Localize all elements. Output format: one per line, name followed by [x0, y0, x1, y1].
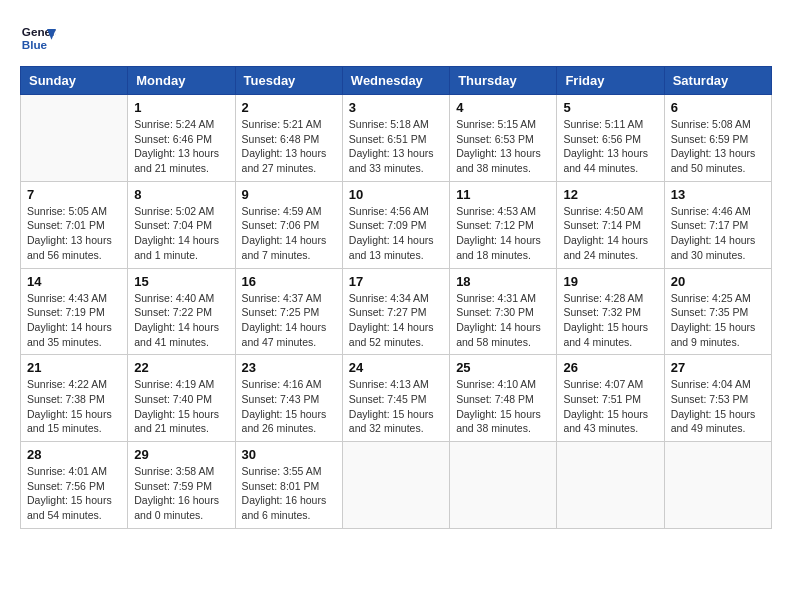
- calendar-cell: 7Sunrise: 5:05 AMSunset: 7:01 PMDaylight…: [21, 181, 128, 268]
- calendar-cell: 21Sunrise: 4:22 AMSunset: 7:38 PMDayligh…: [21, 355, 128, 442]
- weekday-header: Tuesday: [235, 67, 342, 95]
- day-info: Sunrise: 5:11 AMSunset: 6:56 PMDaylight:…: [563, 117, 657, 176]
- weekday-header: Monday: [128, 67, 235, 95]
- calendar-cell: 28Sunrise: 4:01 AMSunset: 7:56 PMDayligh…: [21, 442, 128, 529]
- day-number: 9: [242, 187, 336, 202]
- day-number: 26: [563, 360, 657, 375]
- day-info: Sunrise: 4:46 AMSunset: 7:17 PMDaylight:…: [671, 204, 765, 263]
- calendar-cell: [664, 442, 771, 529]
- calendar-cell: 6Sunrise: 5:08 AMSunset: 6:59 PMDaylight…: [664, 95, 771, 182]
- header-row: SundayMondayTuesdayWednesdayThursdayFrid…: [21, 67, 772, 95]
- day-number: 24: [349, 360, 443, 375]
- calendar-cell: 20Sunrise: 4:25 AMSunset: 7:35 PMDayligh…: [664, 268, 771, 355]
- calendar-cell: 23Sunrise: 4:16 AMSunset: 7:43 PMDayligh…: [235, 355, 342, 442]
- day-info: Sunrise: 4:50 AMSunset: 7:14 PMDaylight:…: [563, 204, 657, 263]
- calendar-cell: 5Sunrise: 5:11 AMSunset: 6:56 PMDaylight…: [557, 95, 664, 182]
- calendar-cell: 22Sunrise: 4:19 AMSunset: 7:40 PMDayligh…: [128, 355, 235, 442]
- calendar-cell: 25Sunrise: 4:10 AMSunset: 7:48 PMDayligh…: [450, 355, 557, 442]
- day-info: Sunrise: 5:24 AMSunset: 6:46 PMDaylight:…: [134, 117, 228, 176]
- day-number: 6: [671, 100, 765, 115]
- weekday-header: Saturday: [664, 67, 771, 95]
- day-number: 18: [456, 274, 550, 289]
- day-number: 8: [134, 187, 228, 202]
- calendar-cell: 12Sunrise: 4:50 AMSunset: 7:14 PMDayligh…: [557, 181, 664, 268]
- calendar-cell: 30Sunrise: 3:55 AMSunset: 8:01 PMDayligh…: [235, 442, 342, 529]
- calendar-cell: 15Sunrise: 4:40 AMSunset: 7:22 PMDayligh…: [128, 268, 235, 355]
- calendar-cell: 17Sunrise: 4:34 AMSunset: 7:27 PMDayligh…: [342, 268, 449, 355]
- day-number: 1: [134, 100, 228, 115]
- day-info: Sunrise: 4:40 AMSunset: 7:22 PMDaylight:…: [134, 291, 228, 350]
- day-info: Sunrise: 5:05 AMSunset: 7:01 PMDaylight:…: [27, 204, 121, 263]
- calendar-cell: [557, 442, 664, 529]
- calendar-cell: 8Sunrise: 5:02 AMSunset: 7:04 PMDaylight…: [128, 181, 235, 268]
- header: General Blue: [20, 20, 772, 56]
- calendar-cell: 13Sunrise: 4:46 AMSunset: 7:17 PMDayligh…: [664, 181, 771, 268]
- calendar-week-row: 7Sunrise: 5:05 AMSunset: 7:01 PMDaylight…: [21, 181, 772, 268]
- day-number: 7: [27, 187, 121, 202]
- day-number: 16: [242, 274, 336, 289]
- weekday-header: Sunday: [21, 67, 128, 95]
- day-number: 4: [456, 100, 550, 115]
- calendar-cell: 26Sunrise: 4:07 AMSunset: 7:51 PMDayligh…: [557, 355, 664, 442]
- calendar-cell: 2Sunrise: 5:21 AMSunset: 6:48 PMDaylight…: [235, 95, 342, 182]
- calendar-cell: 4Sunrise: 5:15 AMSunset: 6:53 PMDaylight…: [450, 95, 557, 182]
- calendar-table: SundayMondayTuesdayWednesdayThursdayFrid…: [20, 66, 772, 529]
- day-number: 29: [134, 447, 228, 462]
- day-info: Sunrise: 5:21 AMSunset: 6:48 PMDaylight:…: [242, 117, 336, 176]
- calendar-cell: 27Sunrise: 4:04 AMSunset: 7:53 PMDayligh…: [664, 355, 771, 442]
- day-number: 30: [242, 447, 336, 462]
- day-number: 25: [456, 360, 550, 375]
- calendar-week-row: 14Sunrise: 4:43 AMSunset: 7:19 PMDayligh…: [21, 268, 772, 355]
- day-number: 3: [349, 100, 443, 115]
- day-info: Sunrise: 3:58 AMSunset: 7:59 PMDaylight:…: [134, 464, 228, 523]
- day-info: Sunrise: 4:16 AMSunset: 7:43 PMDaylight:…: [242, 377, 336, 436]
- weekday-header: Wednesday: [342, 67, 449, 95]
- weekday-header: Thursday: [450, 67, 557, 95]
- calendar-cell: 18Sunrise: 4:31 AMSunset: 7:30 PMDayligh…: [450, 268, 557, 355]
- day-number: 14: [27, 274, 121, 289]
- calendar-cell: 11Sunrise: 4:53 AMSunset: 7:12 PMDayligh…: [450, 181, 557, 268]
- calendar-week-row: 21Sunrise: 4:22 AMSunset: 7:38 PMDayligh…: [21, 355, 772, 442]
- calendar-week-row: 28Sunrise: 4:01 AMSunset: 7:56 PMDayligh…: [21, 442, 772, 529]
- day-number: 12: [563, 187, 657, 202]
- calendar-cell: [342, 442, 449, 529]
- calendar-cell: 9Sunrise: 4:59 AMSunset: 7:06 PMDaylight…: [235, 181, 342, 268]
- day-number: 28: [27, 447, 121, 462]
- day-info: Sunrise: 5:02 AMSunset: 7:04 PMDaylight:…: [134, 204, 228, 263]
- day-info: Sunrise: 4:31 AMSunset: 7:30 PMDaylight:…: [456, 291, 550, 350]
- day-info: Sunrise: 4:10 AMSunset: 7:48 PMDaylight:…: [456, 377, 550, 436]
- day-info: Sunrise: 5:08 AMSunset: 6:59 PMDaylight:…: [671, 117, 765, 176]
- day-info: Sunrise: 4:07 AMSunset: 7:51 PMDaylight:…: [563, 377, 657, 436]
- day-number: 13: [671, 187, 765, 202]
- day-number: 19: [563, 274, 657, 289]
- day-number: 15: [134, 274, 228, 289]
- calendar-cell: 19Sunrise: 4:28 AMSunset: 7:32 PMDayligh…: [557, 268, 664, 355]
- day-info: Sunrise: 4:25 AMSunset: 7:35 PMDaylight:…: [671, 291, 765, 350]
- calendar-cell: 16Sunrise: 4:37 AMSunset: 7:25 PMDayligh…: [235, 268, 342, 355]
- day-number: 27: [671, 360, 765, 375]
- day-number: 2: [242, 100, 336, 115]
- calendar-cell: 24Sunrise: 4:13 AMSunset: 7:45 PMDayligh…: [342, 355, 449, 442]
- day-info: Sunrise: 4:22 AMSunset: 7:38 PMDaylight:…: [27, 377, 121, 436]
- day-info: Sunrise: 4:43 AMSunset: 7:19 PMDaylight:…: [27, 291, 121, 350]
- day-info: Sunrise: 4:56 AMSunset: 7:09 PMDaylight:…: [349, 204, 443, 263]
- day-info: Sunrise: 3:55 AMSunset: 8:01 PMDaylight:…: [242, 464, 336, 523]
- day-info: Sunrise: 4:37 AMSunset: 7:25 PMDaylight:…: [242, 291, 336, 350]
- day-number: 21: [27, 360, 121, 375]
- calendar-cell: 3Sunrise: 5:18 AMSunset: 6:51 PMDaylight…: [342, 95, 449, 182]
- day-info: Sunrise: 5:18 AMSunset: 6:51 PMDaylight:…: [349, 117, 443, 176]
- day-number: 17: [349, 274, 443, 289]
- calendar-cell: 1Sunrise: 5:24 AMSunset: 6:46 PMDaylight…: [128, 95, 235, 182]
- day-info: Sunrise: 4:59 AMSunset: 7:06 PMDaylight:…: [242, 204, 336, 263]
- calendar-cell: [450, 442, 557, 529]
- day-number: 11: [456, 187, 550, 202]
- day-info: Sunrise: 4:28 AMSunset: 7:32 PMDaylight:…: [563, 291, 657, 350]
- day-info: Sunrise: 4:04 AMSunset: 7:53 PMDaylight:…: [671, 377, 765, 436]
- logo-icon: General Blue: [20, 20, 56, 56]
- day-info: Sunrise: 4:34 AMSunset: 7:27 PMDaylight:…: [349, 291, 443, 350]
- svg-text:Blue: Blue: [22, 38, 48, 51]
- day-info: Sunrise: 4:53 AMSunset: 7:12 PMDaylight:…: [456, 204, 550, 263]
- day-info: Sunrise: 4:01 AMSunset: 7:56 PMDaylight:…: [27, 464, 121, 523]
- weekday-header: Friday: [557, 67, 664, 95]
- logo: General Blue: [20, 20, 56, 56]
